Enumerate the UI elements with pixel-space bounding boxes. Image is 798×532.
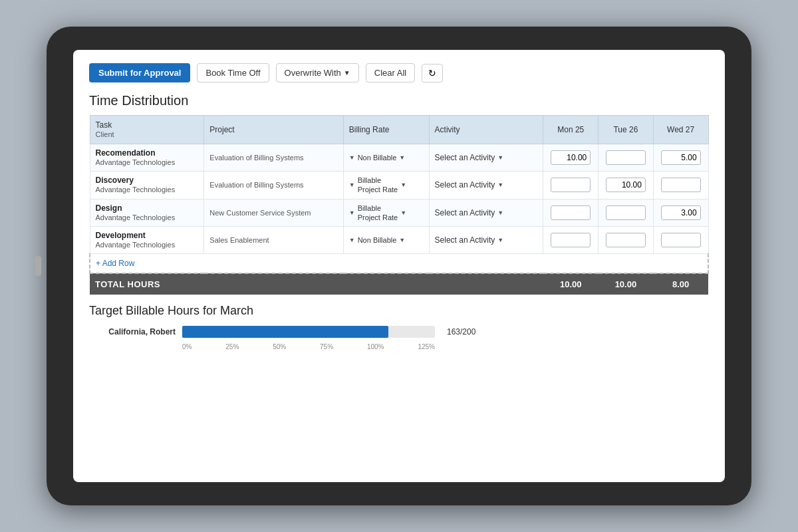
billing-dropdown-caret-1: ▼ [399,154,405,161]
toolbar: Submit for Approval Book Time Off Overwr… [89,63,709,82]
mon-cell-2[interactable] [543,172,598,200]
activity-cell-1[interactable]: Select an Activity ▼ [429,144,543,172]
refresh-icon: ↻ [428,68,436,78]
clear-all-button[interactable]: Clear All [366,63,415,82]
total-mon: 10.00 [543,273,598,295]
task-client-1: Advantage Technologies [96,158,176,166]
col-header-billing: Billing Rate [343,116,429,144]
tue-input-4[interactable] [606,233,646,247]
activity-label-3: Select an Activity [435,208,495,217]
tablet-side-button [35,256,41,276]
table-row: Development Advantage Technologies Sales… [90,227,708,254]
col-header-wed: Wed 27 [653,116,708,144]
total-hours-row: TOTAL HOURS 10.00 10.00 8.00 [90,273,708,295]
wed-cell-2[interactable] [653,172,708,200]
billing-label-1: Non Billable [358,153,397,162]
add-row-cell[interactable]: + Add Row [90,254,708,274]
tue-cell-3[interactable] [598,199,654,227]
task-cell-3: Design Advantage Technologies [90,199,204,227]
total-wed: 8.00 [653,273,708,295]
refresh-button[interactable]: ↻ [422,64,443,82]
activity-arrow-1: ▼ [497,154,503,161]
project-cell-3: New Customer Service System [204,199,343,227]
task-name-1: Recomendation [96,148,199,158]
activity-cell-4[interactable]: Select an Activity ▼ [429,227,543,254]
axis-100: 100% [367,343,384,350]
billing-dropdown-arrow-2: ▼ [349,182,355,188]
table-row: Discovery Advantage Technologies Evaluat… [90,172,708,200]
tue-input-1[interactable] [606,150,646,165]
chart-area: California, Robert 163/200 0% 25% 50% 75… [89,326,709,350]
chart-person-label: California, Robert [89,327,176,336]
activity-cell-2[interactable]: Select an Activity ▼ [429,172,543,200]
task-client-3: Advantage Technologies [96,213,176,221]
billing-dropdown-caret-4: ▼ [399,237,405,243]
mon-input-3[interactable] [551,205,591,220]
col-header-activity: Activity [429,116,543,144]
clear-all-label: Clear All [374,68,406,78]
mon-cell-3[interactable] [543,199,598,227]
billing-dropdown-caret-3: ▼ [400,209,406,216]
time-distribution-table: Task Client Project Billing Rate Activit… [89,115,709,295]
col-header-project: Project [204,116,343,144]
chart-row: California, Robert 163/200 [89,326,709,338]
book-time-off-button[interactable]: Book Time Off [197,63,269,82]
mon-input-2[interactable] [551,178,591,192]
wed-cell-3[interactable] [653,199,708,227]
task-cell-1: Recomendation Advantage Technologies [90,144,204,172]
wed-input-4[interactable] [661,233,701,247]
project-cell-4: Sales Enablement [204,227,343,254]
bar-fill [182,326,388,338]
wed-input-1[interactable] [661,150,701,165]
overwrite-with-button[interactable]: Overwrite With ▼ [276,63,359,82]
tablet-device: Submit for Approval Book Time Off Overwr… [47,27,751,505]
table-row: Recomendation Advantage Technologies Eva… [90,144,708,172]
bar-value: 163/200 [447,327,475,336]
wed-cell-4[interactable] [653,227,708,254]
billing-cell-4[interactable]: ▼ Non Billable ▼ [343,227,429,254]
total-tue: 10.00 [598,273,654,295]
tue-input-2[interactable] [606,178,646,192]
mon-cell-4[interactable] [543,227,598,254]
activity-label-4: Select an Activity [435,235,495,245]
mon-cell-1[interactable] [543,144,598,172]
total-label: TOTAL HOURS [90,273,543,295]
axis-0: 0% [182,343,192,350]
table-header-row: Task Client Project Billing Rate Activit… [90,116,708,144]
submit-approval-button[interactable]: Submit for Approval [89,63,190,82]
mon-input-4[interactable] [551,233,591,247]
billing-cell-2[interactable]: ▼ BillableProject Rate ▼ [343,172,429,200]
wed-input-3[interactable] [661,205,701,220]
table-row: Design Advantage Technologies New Custom… [90,199,708,227]
axis-25: 25% [225,343,239,350]
add-row-row: + Add Row [90,254,708,274]
tue-cell-1[interactable] [598,144,654,172]
tue-cell-4[interactable] [598,227,654,254]
wed-cell-1[interactable] [653,144,708,172]
billing-label-3: BillableProject Rate [358,203,398,223]
axis-125: 125% [418,343,435,350]
add-row-label: + Add Row [96,259,134,268]
mon-input-1[interactable] [551,150,591,165]
activity-arrow-3: ▼ [497,209,503,216]
activity-label-1: Select an Activity [435,153,495,162]
tue-cell-2[interactable] [598,172,654,200]
billing-dropdown-arrow-1: ▼ [349,154,355,161]
col-header-mon: Mon 25 [543,116,598,144]
tue-input-3[interactable] [606,205,646,220]
axis-labels: 0% 25% 50% 75% 100% 125% [182,343,435,350]
overwrite-with-label: Overwrite With [285,68,341,78]
task-client-4: Advantage Technologies [96,241,176,249]
target-title: Target Billable Hours for March [89,304,709,318]
billing-dropdown-caret-2: ▼ [400,182,406,188]
axis-50: 50% [273,343,286,350]
billing-cell-1[interactable]: ▼ Non Billable ▼ [343,144,429,172]
activity-cell-3[interactable]: Select an Activity ▼ [429,199,543,227]
time-distribution-title: Time Distribution [89,93,709,108]
task-name-4: Development [96,231,199,240]
wed-input-2[interactable] [661,178,701,192]
billing-dropdown-arrow-3: ▼ [349,209,355,216]
target-section: Target Billable Hours for March Californ… [89,304,709,350]
billing-label-2: BillableProject Rate [358,176,398,195]
billing-cell-3[interactable]: ▼ BillableProject Rate ▼ [343,199,429,227]
